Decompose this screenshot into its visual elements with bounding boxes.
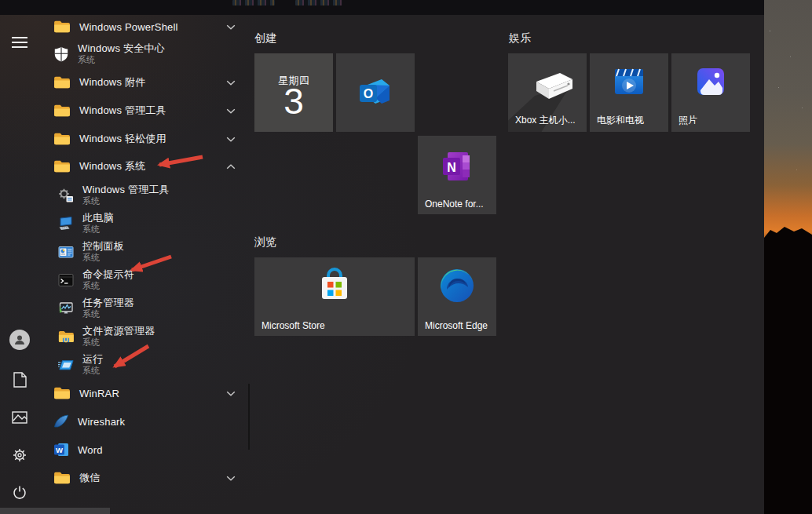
onenote-letter: N bbox=[447, 161, 456, 174]
app-list-item-command-prompt[interactable]: 命令提示符 系统 bbox=[41, 267, 243, 293]
command-prompt-icon bbox=[58, 272, 74, 288]
app-item-label: Windows PowerShell bbox=[79, 21, 178, 33]
this-pc-icon bbox=[58, 216, 74, 231]
microsoft-store-icon bbox=[316, 267, 353, 304]
app-list-item-windows-admin-tools-folder[interactable]: Windows 管理工具 bbox=[41, 99, 243, 122]
tile-calendar[interactable]: 星期四 3 bbox=[254, 53, 333, 132]
folder-icon bbox=[53, 159, 71, 173]
start-menu: Windows PowerShell Windows 安全中心 系统 Windo… bbox=[0, 15, 764, 514]
app-list-item-windows-security[interactable]: Windows 安全中心 系统 bbox=[41, 39, 243, 69]
tile-xbox-console-companion[interactable]: Xbox 主机小... bbox=[508, 53, 587, 132]
windows-desktop: Windows PowerShell Windows 安全中心 系统 Windo… bbox=[0, 0, 812, 514]
outlook-letter: O bbox=[364, 87, 373, 100]
power-icon bbox=[12, 485, 27, 501]
outlook-icon: O bbox=[357, 74, 394, 111]
tile-label: 电影和电视 bbox=[597, 114, 644, 127]
settings-button[interactable] bbox=[9, 445, 30, 465]
folder-icon bbox=[53, 75, 71, 89]
folder-icon bbox=[53, 471, 71, 485]
folder-icon bbox=[53, 132, 71, 146]
tile-microsoft-store[interactable]: Microsoft Store bbox=[254, 257, 415, 336]
chevron-down-icon[interactable] bbox=[226, 476, 236, 481]
gear-icon bbox=[12, 447, 27, 463]
app-list-item-windows-ease-of-access[interactable]: Windows 轻松使用 bbox=[41, 127, 243, 151]
app-list-item-windows-accessories[interactable]: Windows 附件 bbox=[41, 71, 243, 94]
tile-microsoft-edge[interactable]: Microsoft Edge bbox=[418, 257, 496, 336]
tile-group-title: 浏览 bbox=[254, 235, 277, 250]
desktop-wallpaper bbox=[764, 0, 812, 514]
tile-label: 照片 bbox=[678, 114, 697, 127]
task-manager-icon bbox=[58, 301, 74, 316]
app-item-label: Windows 安全中心 bbox=[78, 42, 165, 55]
file-explorer-icon bbox=[58, 329, 74, 344]
chevron-down-icon[interactable] bbox=[226, 80, 236, 86]
app-list-item-windows-admin-tools[interactable]: Windows 管理工具 系统 bbox=[41, 182, 243, 209]
app-item-sublabel: 系统 bbox=[82, 224, 114, 235]
chevron-down-icon[interactable] bbox=[226, 108, 236, 114]
app-item-label: Windows 管理工具 bbox=[79, 104, 166, 118]
start-menu-expand-button[interactable] bbox=[9, 32, 30, 53]
chevron-down-icon[interactable] bbox=[226, 391, 236, 396]
documents-button[interactable] bbox=[9, 370, 30, 390]
app-list-item-this-pc[interactable]: 此电脑 系统 bbox=[41, 210, 243, 237]
scrollbar-thumb[interactable] bbox=[248, 384, 250, 450]
app-list-item-winrar[interactable]: WinRAR bbox=[41, 381, 243, 405]
app-item-label: 控制面板 bbox=[82, 240, 124, 253]
app-list-item-word[interactable]: W Word bbox=[41, 438, 243, 461]
chevron-down-icon[interactable] bbox=[226, 137, 236, 142]
app-list-item-file-explorer[interactable]: 文件资源管理器 系统 bbox=[41, 323, 243, 350]
app-item-label: 命令提示符 bbox=[82, 268, 134, 281]
app-item-label: Wireshark bbox=[78, 416, 125, 428]
photos-icon bbox=[693, 64, 729, 100]
user-icon bbox=[13, 334, 26, 346]
app-item-sublabel: 系统 bbox=[82, 196, 170, 207]
app-item-sublabel: 系统 bbox=[82, 309, 134, 320]
taskbar-edge bbox=[0, 508, 110, 514]
power-button[interactable] bbox=[9, 483, 30, 503]
app-item-label: 文件资源管理器 bbox=[82, 325, 155, 337]
app-list-item-control-panel[interactable]: 控制面板 系统 bbox=[41, 239, 243, 265]
tile-outlook[interactable]: O bbox=[336, 53, 415, 132]
mountain-silhouette bbox=[764, 0, 812, 514]
wireshark-icon bbox=[53, 414, 69, 429]
onenote-icon: N bbox=[439, 148, 475, 184]
tile-onenote[interactable]: N OneNote for... bbox=[418, 136, 496, 214]
app-list-item-windows-system[interactable]: Windows 系统 bbox=[41, 155, 243, 178]
calendar-day-number: 3 bbox=[254, 83, 333, 119]
app-item-label: 任务管理器 bbox=[82, 297, 134, 309]
app-item-sublabel: 系统 bbox=[82, 366, 103, 377]
app-item-label: WinRAR bbox=[79, 388, 119, 399]
app-item-label: 微信 bbox=[79, 471, 100, 485]
app-item-label: Windows 附件 bbox=[79, 75, 145, 89]
pictures-button[interactable] bbox=[9, 407, 30, 428]
admin-tools-icon bbox=[58, 188, 74, 203]
user-account-button[interactable] bbox=[9, 330, 30, 350]
chevron-down-icon[interactable] bbox=[226, 24, 236, 30]
microsoft-edge-icon bbox=[437, 265, 477, 306]
pictures-icon bbox=[12, 411, 27, 424]
app-list-item-wechat[interactable]: 微信 bbox=[41, 466, 243, 490]
app-item-label: 此电脑 bbox=[82, 212, 114, 224]
app-list-item-run[interactable]: 运行 系统 bbox=[41, 352, 243, 378]
app-list-item-wireshark[interactable]: Wireshark bbox=[41, 410, 243, 433]
folder-icon bbox=[53, 104, 71, 118]
app-item-label: 运行 bbox=[82, 353, 103, 366]
app-list-item-task-manager[interactable]: 任务管理器 系统 bbox=[41, 295, 243, 322]
tile-photos[interactable]: 照片 bbox=[671, 53, 750, 132]
app-item-label: Windows 系统 bbox=[79, 159, 145, 173]
app-item-label: Word bbox=[78, 444, 103, 456]
tile-label: OneNote for... bbox=[425, 199, 484, 210]
tile-movies-tv[interactable]: 电影和电视 bbox=[590, 53, 668, 132]
tile-group-title: 娱乐 bbox=[509, 31, 532, 46]
tile-group-title: 创建 bbox=[254, 31, 277, 46]
app-list-item-windows-powershell[interactable]: Windows PowerShell bbox=[41, 15, 243, 38]
desktop-icon-fragment bbox=[295, 0, 342, 5]
chevron-up-icon[interactable] bbox=[226, 164, 236, 170]
document-icon bbox=[13, 372, 27, 388]
control-panel-icon bbox=[58, 244, 74, 260]
desktop-icon-fragment bbox=[232, 0, 275, 5]
word-letter: W bbox=[56, 446, 63, 454]
defender-shield-icon bbox=[53, 46, 69, 62]
run-icon bbox=[58, 357, 74, 373]
desktop-background-top bbox=[0, 0, 812, 15]
